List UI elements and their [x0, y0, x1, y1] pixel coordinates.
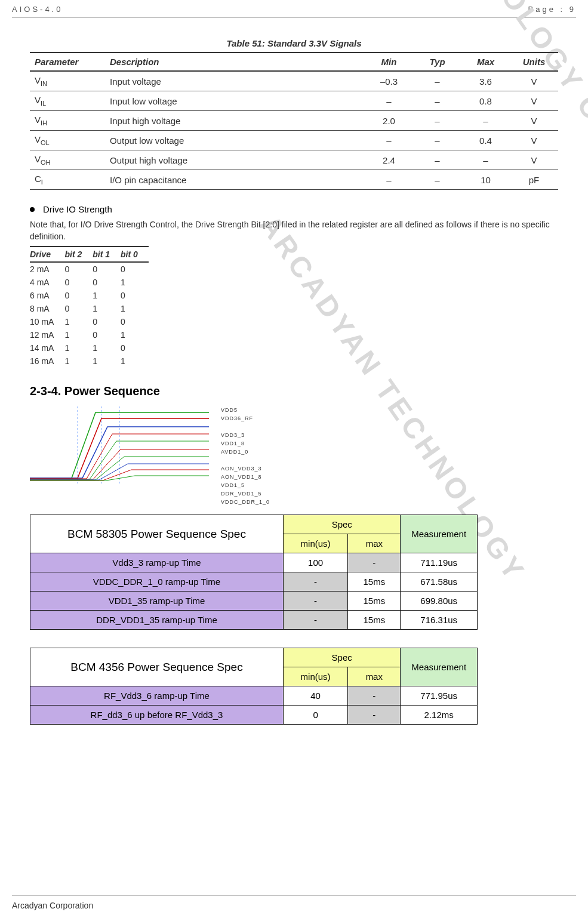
bcm-param: DDR_VDD1_35 ramp-up Time: [30, 611, 284, 630]
drv-b1: 1: [93, 341, 121, 355]
waveform-block: VDD5VDD36_RF VDD3_3VDD1_8AVDD1_0 AON_VDD…: [30, 406, 558, 506]
t51-desc: Input high voltage: [105, 111, 365, 131]
drv-h3: bit 0: [121, 247, 149, 262]
drv-b1: 1: [93, 302, 121, 315]
table-row: CI I/O pin capacitance – – 10 pF: [30, 170, 558, 190]
drv-b0: 0: [121, 315, 149, 328]
drv-b0: 1: [121, 302, 149, 315]
drv-b0: 1: [121, 276, 149, 289]
t51-desc: Input low voltage: [105, 91, 365, 111]
bcm-meas: 2.12ms: [401, 706, 478, 725]
t51-max: –: [461, 111, 510, 131]
drv-drive: 4 mA: [30, 276, 64, 289]
t51-max: 10: [461, 170, 510, 190]
waveform-label: [221, 457, 270, 465]
table51-title: Table 51: Standard 3.3V Signals: [30, 38, 558, 48]
bcm-max: 15ms: [348, 611, 401, 630]
t51-desc: Output high voltage: [105, 150, 365, 170]
t51-param: CI: [30, 170, 105, 190]
t51-typ: –: [413, 150, 461, 170]
waveform-label: VDD5: [221, 406, 270, 415]
waveform-labels: VDD5VDD36_RF VDD3_3VDD1_8AVDD1_0 AON_VDD…: [221, 406, 270, 506]
bcm4356-max: max: [348, 667, 401, 686]
bcm58305-spec: Spec: [284, 515, 401, 534]
bcm-meas: 671.58us: [401, 572, 478, 592]
waveform-label: DDR_VDD1_5: [221, 490, 270, 498]
t51-desc: I/O pin capacitance: [105, 170, 365, 190]
waveform-label: VDD1_8: [221, 440, 270, 448]
t51-max: 0.8: [461, 91, 510, 111]
t51-desc: Input voltage: [105, 71, 365, 91]
bcm4356-title: BCM 4356 Power Sequence Spec: [30, 648, 284, 686]
drv-b0: 1: [121, 355, 149, 368]
bcm-param: VDD1_35 ramp-up Time: [30, 592, 284, 611]
t51-param: VIL: [30, 91, 105, 111]
bcm-param: RF_dd3_6 up before RF_Vdd3_3: [30, 706, 284, 725]
t51-typ: –: [413, 111, 461, 131]
t51-h-typ: Typ: [413, 53, 461, 71]
t51-typ: –: [413, 170, 461, 190]
waveform-label: AON_VDD3_3: [221, 465, 270, 473]
drv-h2: bit 1: [93, 247, 121, 262]
waveform-label: AVDD1_0: [221, 448, 270, 457]
bcm-meas: 711.19us: [401, 553, 478, 572]
drv-b2: 0: [64, 302, 93, 315]
t51-units: V: [510, 131, 558, 150]
t51-min: 2.0: [365, 111, 413, 131]
drv-drive: 8 mA: [30, 302, 64, 315]
bcm-meas: 771.95us: [401, 686, 478, 706]
t51-min: 2.4: [365, 150, 413, 170]
t51-max: –: [461, 150, 510, 170]
bcm-max: 15ms: [348, 572, 401, 592]
bcm4356-meas: Measurement: [401, 648, 478, 686]
table-row: 6 mA 0 1 0: [30, 289, 149, 302]
bcm58305-table: BCM 58305 Power Sequence Spec Spec Measu…: [30, 515, 478, 630]
bcm58305-meas: Measurement: [401, 515, 478, 553]
table-row: Vdd3_3 ramp-up Time 100 - 711.19us: [30, 553, 478, 572]
drv-h0: Drive: [30, 247, 64, 262]
t51-param: VOL: [30, 131, 105, 150]
table-row: VIH Input high voltage 2.0 – – V: [30, 111, 558, 131]
header-right: Page : 9: [528, 5, 576, 14]
bcm4356-min: min(us): [283, 667, 347, 686]
drv-drive: 12 mA: [30, 328, 64, 341]
drv-b2: 0: [64, 262, 93, 276]
drv-drive: 14 mA: [30, 341, 64, 355]
header: AIOS-4.0 Page : 9: [12, 5, 576, 18]
waveform-label: VDD36_RF: [221, 415, 270, 423]
bcm-min: -: [284, 592, 348, 611]
drv-b1: 1: [93, 289, 121, 302]
waveform-label: [221, 423, 270, 432]
t51-typ: –: [413, 71, 461, 91]
drv-b0: 0: [121, 341, 149, 355]
drive-note: Note that, for I/O Drive Strength Contro…: [30, 219, 558, 242]
t51-units: pF: [510, 170, 558, 190]
bullet-drive-io: Drive IO Strength: [30, 204, 558, 214]
table-row: VDD1_35 ramp-up Time - 15ms 699.80us: [30, 592, 478, 611]
bcm-max: -: [348, 553, 401, 572]
t51-min: –: [365, 170, 413, 190]
bcm-param: Vdd3_3 ramp-up Time: [30, 553, 284, 572]
table-row: VOL Output low voltage – – 0.4 V: [30, 131, 558, 150]
drive-table: Drive bit 2 bit 1 bit 0 2 mA 0 0 04 mA 0…: [30, 246, 149, 368]
t51-desc: Output low voltage: [105, 131, 365, 150]
table-row: VIL Input low voltage – – 0.8 V: [30, 91, 558, 111]
bcm58305-min: min(us): [284, 534, 348, 553]
table-row: 8 mA 0 1 1: [30, 302, 149, 315]
waveform-label: VDD3_3: [221, 432, 270, 440]
drv-b2: 0: [64, 276, 93, 289]
drv-drive: 2 mA: [30, 262, 64, 276]
bcm-meas: 699.80us: [401, 592, 478, 611]
t51-min: –: [365, 131, 413, 150]
bcm-max: -: [348, 706, 401, 725]
drv-b2: 1: [64, 328, 93, 341]
bcm-param: VDDC_DDR_1_0 ramp-up Time: [30, 572, 284, 592]
t51-max: 0.4: [461, 131, 510, 150]
t51-typ: –: [413, 131, 461, 150]
bcm-min: 40: [283, 686, 347, 706]
bcm-param: RF_Vdd3_6 ramp-up Time: [30, 686, 284, 706]
t51-units: V: [510, 111, 558, 131]
drv-b1: 1: [93, 355, 121, 368]
table-row: 10 mA 1 0 0: [30, 315, 149, 328]
t51-h-min: Min: [365, 53, 413, 71]
